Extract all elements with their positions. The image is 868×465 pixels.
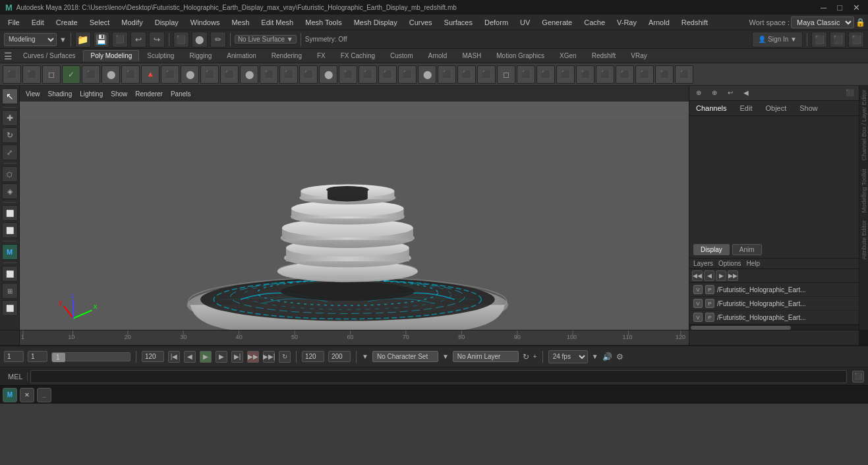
shelf-icon-23[interactable]: ⬛ — [438, 65, 456, 84]
shelf-tab-poly-modeling[interactable]: Poly Modeling — [83, 50, 139, 61]
save-scene-btn[interactable]: ⬛ — [112, 32, 128, 47]
timeline-ruler[interactable]: 1 10 20 30 40 50 60 70 80 90 100 110 120 — [20, 330, 689, 345]
fps-select[interactable]: 24 fps 30 fps — [548, 350, 588, 363]
layer-v-btn-2[interactable]: V — [693, 299, 703, 308]
pb-loop[interactable]: ↻ — [279, 351, 291, 363]
shelf-icon-10[interactable]: ⬤ — [181, 65, 199, 84]
pb-to-start[interactable]: |◀ — [168, 351, 180, 363]
paint-select-btn[interactable]: ⬜ — [2, 222, 18, 238]
range-start-input[interactable] — [302, 351, 324, 362]
frame-slider[interactable]: 1 — [51, 352, 130, 361]
lh-layers[interactable]: Layers — [693, 260, 713, 267]
modelling-toolkit-label[interactable]: Modelling Toolkit — [861, 165, 867, 216]
taskbar-min-btn[interactable]: _ — [37, 388, 51, 402]
layer-scroll-thumb[interactable] — [691, 326, 791, 330]
shelf-icon-28[interactable]: ⬛ — [536, 65, 555, 84]
shelf-icon-34[interactable]: ⬛ — [655, 65, 674, 84]
pb-to-end2[interactable]: ▶▶| — [263, 351, 275, 363]
layer-v-btn-3[interactable]: V — [693, 313, 703, 322]
shelf-icon-15[interactable]: ⬛ — [279, 65, 298, 84]
shelf-icon-27[interactable]: ⬛ — [517, 65, 535, 84]
shelf-icon-18[interactable]: ⬛ — [339, 65, 357, 84]
pb-to-end[interactable]: ▶| — [231, 351, 243, 363]
layer-p-btn-2[interactable]: P — [705, 299, 714, 308]
shelf-left-arrow[interactable]: ☰ — [1, 51, 15, 61]
menu-file[interactable]: File — [3, 17, 25, 28]
taskbar-maya-btn[interactable]: M — [3, 388, 17, 402]
menu-mesh[interactable]: Mesh — [226, 17, 254, 28]
settings-btn[interactable]: ⚙ — [616, 352, 623, 361]
lasso-btn[interactable]: ⬤ — [192, 32, 208, 47]
shelf-icon-1[interactable]: ⬛ — [3, 65, 21, 84]
menu-mesh-tools[interactable]: Mesh Tools — [300, 17, 347, 28]
shelf-icon-4[interactable]: ✓ — [62, 65, 80, 84]
no-anim-layer-btn[interactable]: No Anim Layer — [453, 351, 519, 362]
taskbar-close-btn[interactable]: ✕ — [20, 388, 34, 402]
ch-tab-channels[interactable]: Channels — [693, 103, 729, 113]
shelf-icon-21[interactable]: ⬛ — [398, 65, 417, 84]
pb-step-back[interactable]: ◀ — [184, 351, 196, 363]
menu-redshift[interactable]: Redshift — [676, 17, 713, 28]
ln-prev-prev[interactable]: ◀◀ — [692, 270, 703, 281]
da-tab-display[interactable]: Display — [693, 244, 730, 255]
frame-current-input[interactable] — [28, 351, 47, 362]
menu-curves[interactable]: Curves — [404, 17, 438, 28]
add-anim-layer-btn[interactable]: + — [533, 353, 537, 360]
title-bar-controls[interactable]: ─ □ ✕ — [818, 3, 863, 13]
fps-dropdown-icon[interactable]: ▼ — [592, 353, 598, 360]
char-set-dropdown-arrow2[interactable]: ▼ — [442, 353, 449, 360]
shelf-tab-vray[interactable]: VRay — [623, 50, 654, 61]
grid-btn[interactable]: ⊞ — [2, 283, 18, 299]
vp-menu-view[interactable]: View — [22, 90, 43, 98]
save-file-btn[interactable]: 💾 — [94, 32, 109, 47]
shelf-icon-8[interactable]: 🔺 — [141, 65, 159, 84]
ln-next-next[interactable]: ▶▶ — [728, 270, 738, 281]
shelf-icon-19[interactable]: ⬛ — [359, 65, 377, 84]
layer-p-btn-1[interactable]: P — [705, 285, 714, 294]
menu-windows[interactable]: Windows — [185, 17, 225, 28]
menu-create[interactable]: Create — [51, 17, 83, 28]
shelf-icon-7[interactable]: ⬛ — [121, 65, 140, 84]
shelf-tab-fx[interactable]: FX — [310, 50, 333, 61]
ln-next[interactable]: ▶ — [716, 270, 726, 281]
shelf-tab-arnold[interactable]: Arnold — [420, 50, 454, 61]
menu-edit-mesh[interactable]: Edit Mesh — [256, 17, 299, 28]
vp-menu-show[interactable]: Show — [107, 90, 130, 98]
shelf-icon-35[interactable]: ⬛ — [675, 65, 693, 84]
xray-btn[interactable]: ⬜ — [2, 266, 18, 282]
modeling-mode-select[interactable]: Modeling — [4, 33, 57, 46]
da-tab-anim[interactable]: Anim — [732, 244, 762, 255]
lh-options[interactable]: Options — [718, 260, 741, 267]
shelf-icon-26[interactable]: ◻ — [497, 65, 515, 84]
ch-tab-edit[interactable]: Edit — [737, 103, 755, 113]
mel-input[interactable] — [30, 370, 847, 383]
shelf-icon-3[interactable]: ◻ — [42, 65, 61, 84]
shelf-icon-25[interactable]: ⬛ — [477, 65, 496, 84]
rp-icon-4[interactable]: ◀ — [739, 86, 753, 100]
menu-modify[interactable]: Modify — [116, 17, 148, 28]
menu-cache[interactable]: Cache — [579, 17, 610, 28]
menu-vray[interactable]: V-Ray — [612, 17, 642, 28]
rotate-tool-btn[interactable]: ↻ — [2, 127, 18, 143]
script-editor-btn[interactable]: ⬛ — [852, 371, 864, 383]
shelf-tab-sculpting[interactable]: Sculpting — [140, 50, 181, 61]
pb-step-fwd[interactable]: ▶ — [216, 351, 227, 363]
shelf-icon-6[interactable]: ⬤ — [101, 65, 120, 84]
shelf-icon-11[interactable]: ⬛ — [200, 65, 219, 84]
maximize-button[interactable]: □ — [834, 3, 845, 13]
layer-item-3[interactable]: V P /Futuristic_Holographic_Eart... — [689, 311, 859, 325]
shelf-icon-31[interactable]: ⬛ — [596, 65, 614, 84]
range-end-input[interactable] — [328, 351, 351, 362]
rp-icon-1[interactable]: ⊕ — [692, 86, 705, 100]
layer-item-2[interactable]: V P /Futuristic_Holographic_Eart... — [689, 297, 859, 311]
shelf-icon-5[interactable]: ⬛ — [82, 65, 100, 84]
workspace-select[interactable]: Maya Classic Maya Classic — [791, 16, 854, 28]
shelf-icon-32[interactable]: ⬛ — [616, 65, 634, 84]
lh-help[interactable]: Help — [746, 260, 760, 267]
no-character-set-btn[interactable]: No Character Set — [372, 351, 438, 362]
undo-btn[interactable]: ↩ — [130, 32, 146, 47]
frame-start-input[interactable]: 1 — [4, 351, 24, 362]
select-tool-btn[interactable]: ⬛ — [173, 32, 189, 47]
layer-p-btn-3[interactable]: P — [705, 313, 714, 322]
shelf-icon-29[interactable]: ⬛ — [556, 65, 575, 84]
